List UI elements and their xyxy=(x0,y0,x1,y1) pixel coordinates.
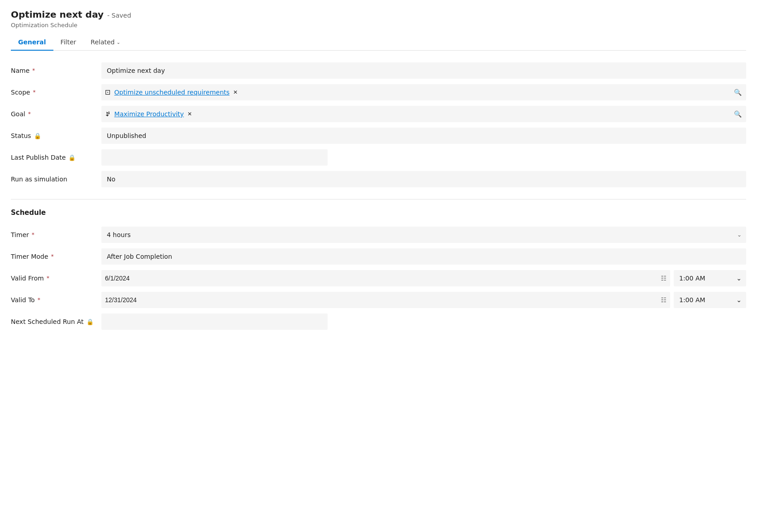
valid-from-date-text[interactable] xyxy=(105,275,657,282)
valid-to-time-dropdown[interactable]: 1:00 AM ⌄ xyxy=(674,292,746,308)
valid-to-label: Valid To * xyxy=(11,296,101,304)
timer-row: Timer * 4 hours ⌄ xyxy=(11,224,746,246)
run-as-simulation-input[interactable]: No xyxy=(101,171,746,187)
valid-from-time-value: 1:00 AM xyxy=(679,275,705,282)
timer-chevron-icon: ⌄ xyxy=(737,232,742,238)
status-label: Status 🔒 xyxy=(11,132,101,139)
schedule-section: Schedule Timer * 4 hours ⌄ Timer Mode * xyxy=(11,200,746,342)
page-saved-label: - Saved xyxy=(107,12,131,19)
page-subtitle: Optimization Schedule xyxy=(11,22,746,28)
scope-tag-link[interactable]: Optimize unscheduled requirements xyxy=(114,89,230,96)
valid-to-date-text[interactable] xyxy=(105,296,657,304)
goal-field[interactable]: ↯ Maximize Productivity ✕ 🔍 xyxy=(101,106,746,122)
last-publish-date-value xyxy=(101,149,328,166)
valid-to-time-chevron-icon: ⌄ xyxy=(736,296,742,304)
name-row: Name * Optimize next day xyxy=(11,60,746,81)
tab-related-label: Related xyxy=(90,38,114,46)
valid-to-row: Valid To * ☷ 1:00 AM ⌄ xyxy=(11,289,746,311)
timer-mode-row: Timer Mode * After Job Completion xyxy=(11,246,746,267)
valid-from-label: Valid From * xyxy=(11,275,101,282)
timer-label: Timer * xyxy=(11,231,101,238)
status-row: Status 🔒 Unpublished xyxy=(11,125,746,147)
goal-search-icon[interactable]: 🔍 xyxy=(734,110,742,118)
goal-row: Goal * ↯ Maximize Productivity ✕ 🔍 xyxy=(11,103,746,125)
timer-mode-field[interactable]: After Job Completion xyxy=(101,248,746,265)
tab-general[interactable]: General xyxy=(11,34,53,50)
valid-to-calendar-icon[interactable]: ☷ xyxy=(661,296,667,304)
name-label: Name * xyxy=(11,67,101,74)
valid-from-required-star: * xyxy=(47,275,49,281)
name-required-star: * xyxy=(32,67,35,74)
page-title: Optimize next day xyxy=(11,9,104,20)
valid-to-datetime: ☷ 1:00 AM ⌄ xyxy=(101,292,746,308)
valid-from-datetime: ☷ 1:00 AM ⌄ xyxy=(101,270,746,286)
scope-search-icon[interactable]: 🔍 xyxy=(734,89,742,96)
timer-dropdown[interactable]: 4 hours ⌄ xyxy=(101,227,746,243)
tab-bar: General Filter Related ⌄ xyxy=(11,34,746,51)
page-header: Optimize next day - Saved Optimization S… xyxy=(11,9,746,28)
next-scheduled-run-label: Next Scheduled Run At 🔒 xyxy=(11,318,101,325)
scope-remove-button[interactable]: ✕ xyxy=(233,89,238,95)
goal-label: Goal * xyxy=(11,110,101,118)
scope-label: Scope * xyxy=(11,89,101,96)
last-publish-date-field xyxy=(101,149,746,166)
run-as-simulation-field[interactable]: No xyxy=(101,171,746,187)
valid-to-field[interactable]: ☷ 1:00 AM ⌄ xyxy=(101,292,746,308)
status-lock-icon: 🔒 xyxy=(34,133,41,139)
valid-from-field[interactable]: ☷ 1:00 AM ⌄ xyxy=(101,270,746,286)
schedule-section-title: Schedule xyxy=(11,209,746,217)
timer-required-star: * xyxy=(32,232,34,238)
next-scheduled-run-value xyxy=(101,314,328,330)
scope-row: Scope * ⊡ Optimize unscheduled requireme… xyxy=(11,81,746,103)
timer-mode-input[interactable]: After Job Completion xyxy=(101,248,746,265)
status-value: Unpublished xyxy=(101,128,746,144)
tab-related[interactable]: Related ⌄ xyxy=(83,34,128,50)
last-publish-date-label: Last Publish Date 🔒 xyxy=(11,154,101,161)
scope-field[interactable]: ⊡ Optimize unscheduled requirements ✕ 🔍 xyxy=(101,84,746,100)
goal-entity-icon: ↯ xyxy=(105,110,111,118)
valid-to-time-value: 1:00 AM xyxy=(679,296,705,304)
tab-general-label: General xyxy=(18,38,46,46)
tab-filter-label: Filter xyxy=(61,38,76,46)
valid-from-time-chevron-icon: ⌄ xyxy=(736,275,742,282)
valid-from-row: Valid From * ☷ 1:00 AM ⌄ xyxy=(11,267,746,289)
run-as-simulation-row: Run as simulation No xyxy=(11,168,746,190)
name-field[interactable]: Optimize next day xyxy=(101,62,746,79)
valid-to-date-input[interactable]: ☷ xyxy=(101,292,670,308)
scope-input[interactable]: ⊡ Optimize unscheduled requirements ✕ 🔍 xyxy=(101,84,746,100)
name-input[interactable]: Optimize next day xyxy=(101,62,746,79)
valid-from-calendar-icon[interactable]: ☷ xyxy=(661,275,667,282)
valid-from-time-dropdown[interactable]: 1:00 AM ⌄ xyxy=(674,270,746,286)
valid-to-required-star: * xyxy=(38,297,40,303)
run-as-simulation-label: Run as simulation xyxy=(11,176,101,183)
goal-remove-button[interactable]: ✕ xyxy=(187,111,192,117)
chevron-down-icon: ⌄ xyxy=(116,40,120,45)
valid-from-date-input[interactable]: ☷ xyxy=(101,270,670,286)
general-section: Name * Optimize next day Scope * ⊡ Optim… xyxy=(11,51,746,200)
next-scheduled-run-row: Next Scheduled Run At 🔒 xyxy=(11,311,746,332)
last-publish-date-row: Last Publish Date 🔒 xyxy=(11,147,746,168)
last-publish-date-lock-icon: 🔒 xyxy=(68,154,76,161)
scope-entity-icon: ⊡ xyxy=(105,88,111,96)
goal-input[interactable]: ↯ Maximize Productivity ✕ 🔍 xyxy=(101,106,746,122)
timer-mode-required-star: * xyxy=(51,253,54,260)
scope-required-star: * xyxy=(33,89,36,95)
next-scheduled-run-field xyxy=(101,314,746,330)
goal-required-star: * xyxy=(28,111,31,117)
goal-tag-link[interactable]: Maximize Productivity xyxy=(114,110,184,118)
status-field: Unpublished xyxy=(101,128,746,144)
timer-mode-label: Timer Mode * xyxy=(11,253,101,260)
tab-filter[interactable]: Filter xyxy=(53,34,84,50)
timer-field[interactable]: 4 hours ⌄ xyxy=(101,227,746,243)
next-scheduled-run-lock-icon: 🔒 xyxy=(86,318,94,325)
